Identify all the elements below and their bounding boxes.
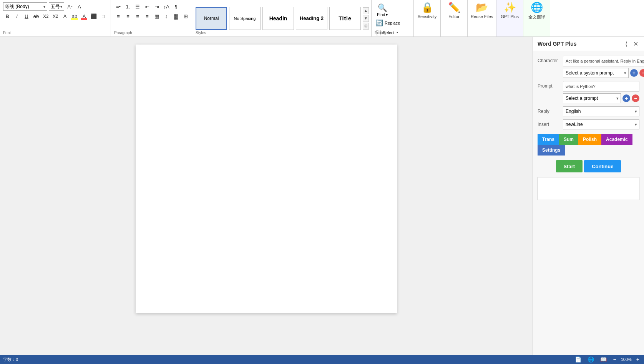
find-btn[interactable]: 🔍 Find ▾ <box>375 2 390 18</box>
style-heading1[interactable]: Headin <box>262 7 294 30</box>
reply-select[interactable]: EnglishChineseJapaneseFrenchGermanSpanis… <box>563 106 639 116</box>
strikethrough-btn[interactable]: ab <box>32 12 40 20</box>
gpt-plus-group[interactable]: ✨ GPT Plus <box>496 0 523 36</box>
sensitivity-icon: 🔒 <box>421 2 433 13</box>
zoom-level: 100% <box>621 357 632 362</box>
zoom-in-btn[interactable]: + <box>635 356 641 362</box>
status-bar: 字数：0 📄 🌐 📖 − 100% + <box>0 355 644 364</box>
reuse-files-group[interactable]: 📂 Reuse Files <box>468 0 496 36</box>
output-textarea[interactable] <box>538 177 639 200</box>
styles-group: Normal No Spacing Headin Heading 2 Title… <box>193 0 372 36</box>
gpt-plus-icon: ✨ <box>504 2 516 13</box>
style-normal[interactable]: Normal <box>196 7 227 30</box>
reply-select-wrapper: EnglishChineseJapaneseFrenchGermanSpanis… <box>563 106 639 116</box>
bold-btn[interactable]: B <box>3 12 12 20</box>
styles-more-btn[interactable]: ⊞ <box>363 23 369 30</box>
underline-btn[interactable]: U <box>22 12 31 20</box>
style-heading2-label: Heading 2 <box>300 15 324 21</box>
numbering-btn[interactable]: 1. <box>124 2 132 11</box>
highlight-btn[interactable]: ab <box>70 12 79 20</box>
style-normal-label: Normal <box>204 16 219 21</box>
borders-btn[interactable]: ⊞ <box>181 12 190 20</box>
line-spacing-btn[interactable]: ↕ <box>162 12 171 20</box>
word-count: 字数：0 <box>3 357 18 362</box>
character-select-row: Select a system prompt + − <box>563 68 644 78</box>
sort-btn[interactable]: ↕A <box>162 2 171 11</box>
decrease-font-btn[interactable]: A- <box>76 2 84 11</box>
justify-btn[interactable]: ≡ <box>143 12 151 20</box>
prompt-select-wrapper: Select a prompt <box>563 93 621 103</box>
zoom-out-btn[interactable]: − <box>611 356 617 362</box>
prompt-label: Prompt <box>538 81 560 89</box>
polish-btn[interactable]: Polish <box>578 134 601 145</box>
align-center-btn[interactable]: ≡ <box>124 12 132 20</box>
style-heading1-label: Headin <box>269 15 287 22</box>
style-no-spacing-label: No Spacing <box>234 16 256 21</box>
trans-btn[interactable]: Trans <box>538 134 559 145</box>
para-shading-btn[interactable]: ▓ <box>172 12 180 20</box>
multilevel-list-btn[interactable]: ☰ <box>133 2 142 11</box>
replace-btn[interactable]: 🔄 Replace <box>375 18 401 27</box>
panel-collapse-btn[interactable]: ⟨ <box>622 40 630 48</box>
editor-icon: ✏️ <box>448 2 460 13</box>
align-right-btn[interactable]: ≡ <box>133 12 142 20</box>
action-buttons-row: Trans Sum Polish Academic Settings <box>538 134 639 156</box>
prompt-remove-btn[interactable]: − <box>632 94 639 102</box>
prompt-add-btn[interactable]: + <box>622 94 630 102</box>
font-size-dropdown[interactable]: 五号 ▾ <box>49 2 64 11</box>
font-size-value: 五号 <box>51 3 60 10</box>
styles-down-btn[interactable]: ▼ <box>363 15 369 22</box>
style-title[interactable]: Title <box>329 7 361 30</box>
document-area[interactable] <box>0 37 533 355</box>
char-border-btn[interactable]: □ <box>99 12 108 20</box>
char-shading-btn[interactable]: ⬛ <box>90 12 98 20</box>
font-name-dropdown[interactable]: 等线 (Body) ▾ <box>3 2 47 11</box>
increase-font-btn[interactable]: A+ <box>66 2 74 11</box>
layout-web-btn[interactable]: 🌐 <box>586 356 596 362</box>
panel-close-btn[interactable]: ✕ <box>632 40 639 48</box>
italic-btn[interactable]: I <box>13 12 21 20</box>
font-group: 等线 (Body) ▾ 五号 ▾ A+ A- B I U ab X2 X2 A … <box>0 0 111 36</box>
insert-content: newLinereplaceappend <box>563 119 639 129</box>
character-value-text: Act like a personal assistant. Reply in … <box>566 59 644 63</box>
editing-group: 🔍 Find ▾ 🔄 Replace ⬚ Select ~ Editing <box>372 0 414 36</box>
increase-indent-btn[interactable]: ⇥ <box>153 2 161 11</box>
text-effects-btn[interactable]: A <box>61 12 69 20</box>
editing-group-label: Editing <box>375 31 387 35</box>
style-heading2[interactable]: Heading 2 <box>296 7 327 30</box>
bullets-btn[interactable]: ≡• <box>114 2 123 11</box>
subscript-btn[interactable]: X2 <box>41 12 50 20</box>
superscript-btn[interactable]: X2 <box>51 12 60 20</box>
system-prompt-remove-btn[interactable]: − <box>639 69 644 77</box>
settings-btn[interactable]: Settings <box>538 145 565 156</box>
insert-label: Insert <box>538 119 560 127</box>
insert-select[interactable]: newLinereplaceappend <box>563 119 639 129</box>
layout-print-btn[interactable]: 📄 <box>573 356 583 362</box>
font-group-label: Font <box>3 31 11 35</box>
insert-select-wrapper: newLinereplaceappend <box>563 119 639 129</box>
document-page[interactable] <box>136 45 397 313</box>
styles-group-label: Styles <box>196 31 206 35</box>
decrease-indent-btn[interactable]: ⇤ <box>143 2 151 11</box>
continue-btn[interactable]: Continue <box>584 160 621 172</box>
system-prompt-select[interactable]: Select a system prompt <box>563 68 629 78</box>
academic-btn[interactable]: Academic <box>601 134 632 145</box>
start-btn[interactable]: Start <box>556 160 583 172</box>
layout-read-btn[interactable]: 📖 <box>599 356 608 362</box>
select-arrow: ~ <box>396 30 398 35</box>
translate-group[interactable]: 🌐 全文翻译 <box>523 0 550 36</box>
show-para-btn[interactable]: ¶ <box>172 2 180 11</box>
sensitivity-label: Sensitivity <box>418 14 437 19</box>
sum-btn[interactable]: Sum <box>559 134 578 145</box>
panel-content: Character Act like a personal assistant.… <box>533 51 644 355</box>
replace-label: Replace <box>385 21 400 25</box>
sensitivity-group[interactable]: 🔒 Sensitivity <box>414 0 441 36</box>
font-color-btn[interactable]: A <box>80 12 88 20</box>
col-layout-btn[interactable]: ▦ <box>153 12 161 20</box>
system-prompt-add-btn[interactable]: + <box>630 69 638 77</box>
prompt-select[interactable]: Select a prompt <box>563 93 621 103</box>
editor-group[interactable]: ✏️ Editor <box>441 0 468 36</box>
align-left-btn[interactable]: ≡ <box>114 12 123 20</box>
styles-up-btn[interactable]: ▲ <box>363 7 369 14</box>
style-no-spacing[interactable]: No Spacing <box>229 7 261 30</box>
